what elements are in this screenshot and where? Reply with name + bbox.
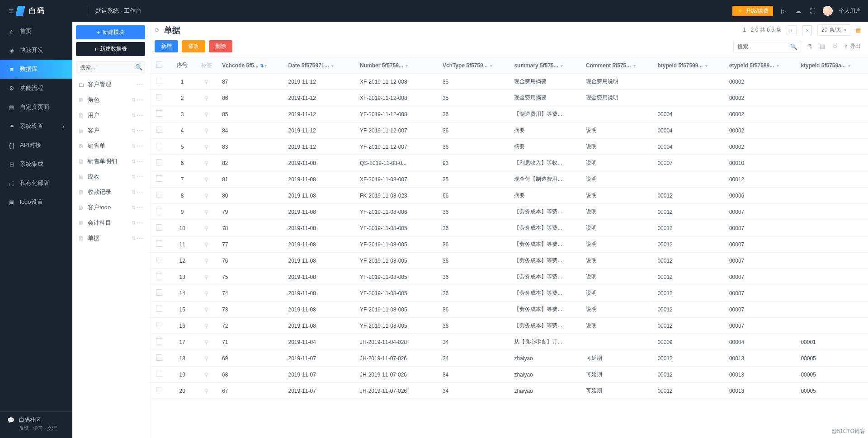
tag-icon[interactable]: ⚲ <box>195 204 217 220</box>
table-row[interactable]: 4 ⚲ 84 2019-11-12 YF-2019-11-12-007 36 摘… <box>149 122 868 139</box>
table-row[interactable]: 16 ⚲ 72 2019-11-08 YF-2019-11-08-005 36 … <box>149 318 868 334</box>
tag-icon[interactable]: ⚲ <box>195 334 217 350</box>
row-checkbox[interactable] <box>149 301 169 318</box>
tag-icon[interactable]: ⚲ <box>195 383 217 399</box>
add-button[interactable]: 新增 <box>155 40 178 52</box>
tag-icon[interactable]: ⚲ <box>195 220 217 236</box>
row-checkbox[interactable] <box>149 383 169 399</box>
tag-icon[interactable]: ⚲ <box>195 236 217 253</box>
row-checkbox[interactable] <box>149 139 169 155</box>
tag-icon[interactable]: ⚲ <box>195 74 217 90</box>
tag-icon[interactable]: ⚲ <box>195 253 217 269</box>
avatar[interactable] <box>823 6 833 16</box>
edit-button[interactable]: 修改 <box>182 40 205 52</box>
sliders-icon[interactable]: ⇅ <box>132 235 135 241</box>
more-icon[interactable]: ⋯ <box>137 173 143 180</box>
row-checkbox[interactable] <box>149 334 169 350</box>
more-icon[interactable]: ⋯ <box>137 81 143 88</box>
table-row[interactable]: 7 ⚲ 81 2019-11-08 XF-2019-11-08-007 35 现… <box>149 171 868 188</box>
row-checkbox[interactable] <box>149 269 169 285</box>
tree-item[interactable]: 🗎收款记录⇅⋯ <box>72 184 149 200</box>
tag-icon[interactable]: ⚲ <box>195 318 217 334</box>
nav-item-deploy[interactable]: ⬚私有化部署 <box>0 174 72 193</box>
row-checkbox[interactable] <box>149 74 169 90</box>
sliders-icon[interactable]: ⇅ <box>132 159 135 165</box>
table-row[interactable]: 14 ⚲ 74 2019-11-08 YF-2019-11-08-005 36 … <box>149 285 868 301</box>
export-button[interactable]: ⇪导出 <box>844 42 861 50</box>
tree-item[interactable]: 🗎客户⇅⋯ <box>72 123 149 138</box>
logo[interactable]: 白码 <box>15 6 80 16</box>
th-col[interactable]: 标签 <box>195 57 217 74</box>
sliders-icon[interactable]: ⇅ <box>132 128 135 134</box>
delete-button[interactable]: 删除 <box>209 40 232 52</box>
tree-item[interactable]: 🗎角色⇅⋯ <box>72 92 149 108</box>
table-row[interactable]: 18 ⚲ 69 2019-11-07 JH-2019-11-07-026 34 … <box>149 350 868 367</box>
row-checkbox[interactable] <box>149 204 169 220</box>
expand-icon[interactable]: ⛶ <box>808 7 816 15</box>
more-icon[interactable]: ⋯ <box>137 188 143 196</box>
sliders-icon[interactable]: ⇅ <box>132 97 135 103</box>
tree-item[interactable]: 🗀客户管理⋯ <box>72 77 149 92</box>
tree-item[interactable]: 🗎会计科目⇅⋯ <box>72 215 149 231</box>
tag-icon[interactable]: ⚲ <box>195 106 217 122</box>
th-col[interactable]: summary 5f575... ▾ <box>509 57 581 74</box>
new-module-button[interactable]: +新建模块 <box>76 25 145 39</box>
tag-icon[interactable]: ⚲ <box>195 367 217 383</box>
nav-item-db[interactable]: ≡数据库 <box>0 60 72 79</box>
chart-icon[interactable]: ▥ <box>818 42 826 51</box>
row-checkbox[interactable] <box>149 220 169 236</box>
tree-item[interactable]: 🗎销售单明细⇅⋯ <box>72 154 149 169</box>
row-checkbox[interactable] <box>149 155 169 171</box>
tree-item[interactable]: 🗎单据⇅⋯ <box>72 231 149 246</box>
sliders-icon[interactable]: ⇅ <box>132 220 135 226</box>
tree-item[interactable]: 🗎客户todo⇅⋯ <box>72 200 149 215</box>
menu-icon[interactable]: ☰ <box>7 7 15 15</box>
row-checkbox[interactable] <box>149 318 169 334</box>
grid-icon[interactable]: ▦ <box>856 27 861 33</box>
search-icon[interactable]: 🔍 <box>135 64 142 71</box>
th-col[interactable]: Number 5f5759... ▾ <box>355 57 438 74</box>
tree-item[interactable]: 🗎销售单⇅⋯ <box>72 138 149 154</box>
play-icon[interactable]: ▷ <box>779 7 788 15</box>
page-size-select[interactable]: 20 条/页▾ <box>817 24 850 36</box>
search-icon[interactable]: 🔍 <box>790 43 797 50</box>
nav-item-gear[interactable]: ✦系统设置› <box>0 117 72 136</box>
tag-icon[interactable]: ⚲ <box>195 171 217 188</box>
tag-icon[interactable]: ⚲ <box>195 301 217 318</box>
table-row[interactable]: 15 ⚲ 73 2019-11-08 YF-2019-11-08-005 36 … <box>149 301 868 318</box>
table-row[interactable]: 8 ⚲ 80 2019-11-08 FK-2019-11-08-023 66 摘… <box>149 188 868 204</box>
tag-icon[interactable]: ⚲ <box>195 155 217 171</box>
row-checkbox[interactable] <box>149 106 169 122</box>
nav-item-page[interactable]: ▤自定义页面 <box>0 98 72 117</box>
table-row[interactable]: 20 ⚲ 67 2019-11-07 JH-2019-11-07-026 34 … <box>149 383 868 399</box>
prev-page-button[interactable]: ‹ <box>787 25 797 35</box>
more-icon[interactable]: ⋯ <box>137 142 143 150</box>
table-row[interactable]: 19 ⚲ 68 2019-11-07 JH-2019-11-07-026 34 … <box>149 367 868 383</box>
table-row[interactable]: 11 ⚲ 77 2019-11-08 YF-2019-11-08-005 36 … <box>149 236 868 253</box>
more-icon[interactable]: ⋯ <box>137 127 143 134</box>
table-row[interactable]: 2 ⚲ 86 2019-11-12 XF-2019-11-12-008 35 现… <box>149 90 868 106</box>
table-row[interactable]: 17 ⚲ 71 2019-11-04 JH-2019-11-04-028 34 … <box>149 334 868 350</box>
row-checkbox[interactable] <box>149 253 169 269</box>
nav-item-flow[interactable]: ⚙功能流程 <box>0 79 72 98</box>
row-checkbox[interactable] <box>149 188 169 204</box>
row-checkbox[interactable] <box>149 367 169 383</box>
nav-item-cube[interactable]: ◈快速开发 <box>0 41 72 60</box>
more-icon[interactable]: ⋯ <box>137 96 143 104</box>
settings-icon[interactable]: ⛭ <box>831 42 839 51</box>
th-col[interactable]: Comment 5f575... ▾ <box>581 57 653 74</box>
row-checkbox[interactable] <box>149 350 169 367</box>
row-checkbox[interactable] <box>149 236 169 253</box>
sliders-icon[interactable]: ⇅ <box>132 205 135 211</box>
th-col[interactable]: ktypeid 5f5759a... ▾ <box>796 57 868 74</box>
nav-item-integ[interactable]: ⊞系统集成 <box>0 155 72 174</box>
tag-icon[interactable]: ⚲ <box>195 90 217 106</box>
row-checkbox[interactable] <box>149 122 169 139</box>
table-row[interactable]: 5 ⚲ 83 2019-11-12 YF-2019-11-12-007 36 摘… <box>149 139 868 155</box>
upgrade-button[interactable]: ⚡升级/续费 <box>732 6 773 16</box>
row-checkbox[interactable] <box>149 171 169 188</box>
table-row[interactable]: 1 ⚲ 87 2019-11-12 XF-2019-11-12-008 35 现… <box>149 74 868 90</box>
th-col[interactable]: Vchcode 5f5... ⇅▾ <box>217 57 283 74</box>
th-col[interactable]: 序号 <box>169 57 196 74</box>
more-icon[interactable]: ⋯ <box>137 204 143 211</box>
